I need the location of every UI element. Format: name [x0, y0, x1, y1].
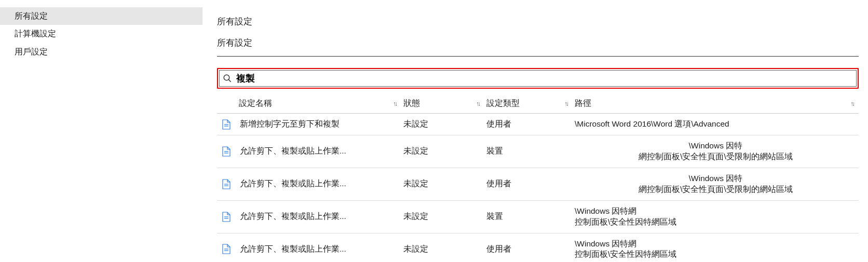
cell-type: 裝置 [484, 135, 573, 168]
cell-path: \Windows 因特 網控制面板\安全性頁面\受限制的網站區域 [573, 168, 859, 200]
cell-state: 未設定 [401, 135, 484, 168]
search-box[interactable] [219, 70, 857, 87]
setting-name: 新增控制字元至剪下和複製 [240, 119, 340, 130]
table-row[interactable]: 允許剪下、複製或貼上作業... 未設定 裝置 \Windows 因特網 控制面板… [217, 200, 859, 233]
sidebar: 所有設定 計算機設定 用戶設定 [0, 0, 202, 262]
cell-type: 使用者 [484, 168, 573, 200]
setting-name: 允許剪下、複製或貼上作業... [240, 244, 346, 255]
document-icon [222, 119, 230, 130]
table-row[interactable]: 允許剪下、複製或貼上作業... 未設定 使用者 \Windows 因特 網控制面… [217, 168, 859, 200]
document-icon [222, 179, 230, 189]
search-icon [223, 74, 232, 83]
cell-state: 未設定 [401, 114, 484, 135]
search-input[interactable] [235, 71, 853, 86]
cell-path: \Microsoft Word 2016\Word 選項\Advanced [573, 114, 859, 135]
cell-path: \Windows 因特網 控制面板\安全性因特網區域 [573, 200, 859, 233]
setting-name: 允許剪下、複製或貼上作業... [240, 211, 346, 222]
document-icon [222, 146, 230, 157]
main-panel: 所有設定 所有設定 設定名稱 ↑↓ [202, 0, 868, 262]
cell-type: 裝置 [484, 200, 573, 233]
column-header-label: 設定類型 [486, 99, 520, 107]
document-icon [222, 212, 230, 222]
column-header-type[interactable]: 設定類型 ↑↓ [484, 94, 573, 114]
cell-state: 未設定 [401, 233, 484, 262]
cell-name: 新增控制字元至剪下和複製 [217, 114, 401, 135]
divider [217, 56, 859, 57]
cell-path: \Windows 因特 網控制面板\安全性頁面\受限制的網站區域 [573, 135, 859, 168]
root: 所有設定 計算機設定 用戶設定 所有設定 所有設定 [0, 0, 868, 262]
sidebar-item-all-settings[interactable]: 所有設定 [0, 7, 202, 25]
column-header-label: 設定名稱 [239, 99, 272, 107]
page-title: 所有設定 [217, 16, 859, 27]
sort-icon: ↑↓ [850, 100, 853, 107]
cell-state: 未設定 [401, 168, 484, 200]
column-header-name[interactable]: 設定名稱 ↑↓ [217, 94, 401, 114]
svg-point-0 [224, 75, 229, 80]
search-highlight-frame [217, 68, 859, 89]
cell-path: \Windows 因特網 控制面板\安全性因特網區域 [573, 233, 859, 262]
table-row[interactable]: 允許剪下、複製或貼上作業... 未設定 使用者 \Windows 因特網 控制面… [217, 233, 859, 262]
setting-name: 允許剪下、複製或貼上作業... [240, 146, 346, 157]
table-header-row: 設定名稱 ↑↓ 狀態 ↑↓ 設定類型 ↑↓ 路徑 ↑↓ [217, 94, 859, 114]
cell-type: 使用者 [484, 233, 573, 262]
cell-name: 允許剪下、複製或貼上作業... [217, 168, 401, 200]
cell-type: 使用者 [484, 114, 573, 135]
page-subtitle: 所有設定 [217, 37, 859, 52]
table-row[interactable]: 新增控制字元至剪下和複製 未設定 使用者 \Microsoft Word 201… [217, 114, 859, 135]
cell-name: 允許剪下、複製或貼上作業... [217, 233, 401, 262]
cell-name: 允許剪下、複製或貼上作業... [217, 135, 401, 168]
sidebar-item-label: 計算機設定 [15, 29, 56, 38]
document-icon [222, 244, 230, 254]
column-header-state[interactable]: 狀態 ↑↓ [401, 94, 484, 114]
sidebar-item-label: 所有設定 [15, 11, 48, 20]
svg-line-1 [228, 79, 231, 82]
column-header-label: 路徑 [575, 99, 591, 107]
column-header-path[interactable]: 路徑 ↑↓ [573, 94, 859, 114]
settings-table: 設定名稱 ↑↓ 狀態 ↑↓ 設定類型 ↑↓ 路徑 ↑↓ [217, 94, 859, 262]
sidebar-item-label: 用戶設定 [15, 47, 48, 56]
sort-icon: ↑↓ [564, 100, 567, 107]
column-header-label: 狀態 [403, 99, 420, 107]
cell-state: 未設定 [401, 200, 484, 233]
setting-name: 允許剪下、複製或貼上作業... [240, 178, 346, 189]
sort-icon: ↑↓ [476, 100, 479, 107]
sidebar-item-computer-settings[interactable]: 計算機設定 [0, 25, 202, 43]
cell-name: 允許剪下、複製或貼上作業... [217, 200, 401, 233]
table-row[interactable]: 允許剪下、複製或貼上作業... 未設定 裝置 \Windows 因特 網控制面板… [217, 135, 859, 168]
sort-icon: ↑↓ [393, 100, 396, 107]
sidebar-item-user-settings[interactable]: 用戶設定 [0, 43, 202, 61]
